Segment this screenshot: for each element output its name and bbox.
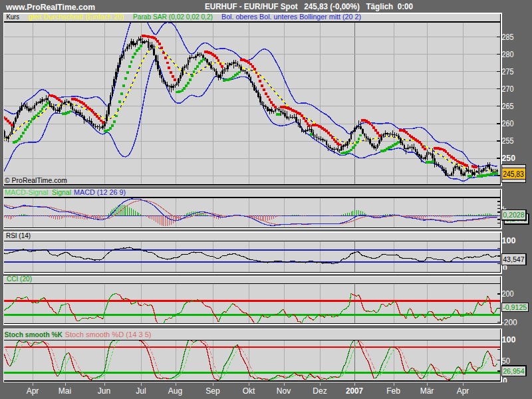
svg-text:© ProRealTime.com: © ProRealTime.com xyxy=(5,176,67,184)
svg-text:43,547: 43,547 xyxy=(503,255,525,263)
svg-text:Jun: Jun xyxy=(98,386,110,396)
svg-text:Mai: Mai xyxy=(59,386,71,396)
svg-text:50: 50 xyxy=(502,356,511,366)
svg-text:Stoch smooth %K: Stoch smooth %K xyxy=(5,331,63,338)
svg-text:100: 100 xyxy=(502,236,516,245)
svg-text:MACD (12 26 9): MACD (12 26 9) xyxy=(74,189,126,196)
svg-text:255: 255 xyxy=(502,136,514,146)
svg-text:CCI (20): CCI (20) xyxy=(7,275,32,283)
svg-text:RSI (14): RSI (14) xyxy=(6,232,31,239)
svg-text:Apr: Apr xyxy=(27,386,39,396)
svg-text:Nov: Nov xyxy=(277,386,291,396)
svg-text:100: 100 xyxy=(502,335,516,344)
svg-text:250: 250 xyxy=(502,154,515,163)
svg-text:Apr: Apr xyxy=(457,386,469,396)
svg-text:Feb: Feb xyxy=(386,386,400,396)
svg-text:Dez: Dez xyxy=(313,386,327,396)
svg-text:www.ProRealTime.com: www.ProRealTime.com xyxy=(5,2,95,12)
svg-text:Okt: Okt xyxy=(243,386,255,396)
svg-text:Sep: Sep xyxy=(205,386,220,396)
svg-text:280: 280 xyxy=(502,50,514,59)
svg-text:245,83: 245,83 xyxy=(503,170,524,179)
svg-text:200: 200 xyxy=(502,289,514,299)
svg-text:Jul: Jul xyxy=(136,386,146,396)
svg-text:MACD-Signal: MACD-Signal xyxy=(5,189,49,196)
svg-text:-0,9125: -0,9125 xyxy=(503,303,527,311)
svg-text:265: 265 xyxy=(502,102,514,111)
svg-text:0,2028: 0,2028 xyxy=(503,211,525,219)
svg-text:Bol. oberes Bol. unteres Bolli: Bol. oberes Bol. unteres Bollinger mitt … xyxy=(221,13,361,21)
svg-text:270: 270 xyxy=(502,84,514,94)
svg-text:Kurs: Kurs xyxy=(7,13,20,21)
svg-text:-200: -200 xyxy=(501,318,517,327)
svg-text:26,954: 26,954 xyxy=(503,367,525,375)
svg-text:260: 260 xyxy=(502,119,514,128)
svg-text:Stoch smooth %D (14 3 5): Stoch smooth %D (14 3 5) xyxy=(65,331,152,338)
svg-text:EURHUF - EUR/HUF Spot 245,83: EURHUF - EUR/HUF Spot 245,83 (-0,00%) Tä… xyxy=(205,1,413,11)
svg-text:Mär: Mär xyxy=(420,386,434,396)
svg-text:Signal: Signal xyxy=(52,189,71,196)
svg-text:gleit Durchschnitt (Einfach 20: gleit Durchschnitt (Einfach 20) xyxy=(28,13,124,21)
svg-text:Parab SAR (0,02 0,02 0,2): Parab SAR (0,02 0,02 0,2) xyxy=(133,13,213,21)
svg-text:285: 285 xyxy=(502,33,514,42)
svg-text:2007: 2007 xyxy=(346,386,363,396)
svg-text:Aug: Aug xyxy=(168,386,182,396)
svg-text:275: 275 xyxy=(502,67,514,76)
